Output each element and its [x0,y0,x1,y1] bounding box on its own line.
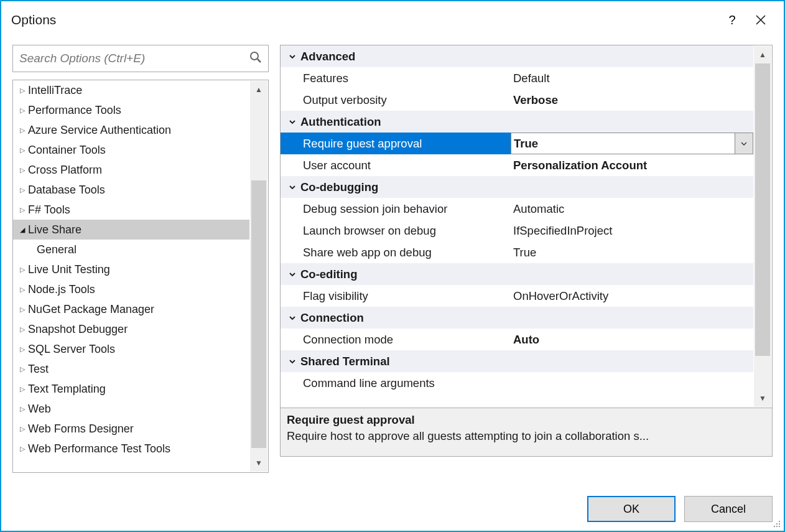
caret-right-icon: ▷ [17,86,28,95]
close-icon [756,15,766,25]
caret-right-icon: ▷ [17,266,28,274]
tree-item-label: F# Tools [28,203,70,217]
tree-item-label: Container Tools [28,144,106,157]
property-row[interactable]: User accountPersonalization Account [281,154,753,176]
tree-item[interactable]: ▷Azure Service Authentication [13,120,249,140]
tree-item[interactable]: ▷Container Tools [13,140,249,160]
dropdown-button[interactable] [735,133,753,154]
property-value[interactable]: IfSpecifiedInProject [511,220,753,241]
scroll-thumb[interactable] [251,180,266,448]
property-value[interactable]: True [511,133,735,154]
tree-item[interactable]: ▷Web Performance Test Tools [13,439,249,459]
property-row[interactable]: Output verbosityVerbose [281,89,753,111]
caret-right-icon: ▷ [17,365,28,373]
property-row[interactable]: Launch browser on debugIfSpecifiedInProj… [281,220,753,241]
property-value[interactable]: Verbose [511,89,753,111]
tree-item[interactable]: ▷SQL Server Tools [13,339,249,359]
tree-item-label: Live Unit Testing [28,263,110,276]
property-value[interactable]: Personalization Account [511,154,753,176]
chevron-down-icon [284,358,300,365]
tree-item[interactable]: ▷Text Templating [13,379,249,399]
property-value[interactable]: Default [511,67,753,89]
caret-right-icon: ▷ [17,106,28,114]
tree-item-label: Web [28,403,51,416]
tree-item-label: Azure Service Authentication [28,124,171,137]
property-category[interactable]: Connection [281,307,753,329]
tree-item[interactable]: ▷Live Unit Testing [13,259,249,279]
close-button[interactable] [746,7,775,32]
chevron-down-icon [284,271,300,278]
property-category[interactable]: Co-editing [281,263,753,285]
scroll-down-icon[interactable]: ▼ [250,454,267,472]
scroll-down-icon[interactable]: ▼ [754,390,771,407]
tree-item-label: Live Share [28,223,81,236]
tree-item-label: Database Tools [28,184,105,197]
tree-item-label: Cross Platform [28,164,102,177]
property-row[interactable]: Share web app on debugTrue [281,241,753,263]
property-value[interactable]: Auto [511,329,753,350]
property-row[interactable]: Require guest approvalTrue [281,133,753,154]
search-input[interactable] [19,52,249,65]
tree-item[interactable]: ▷Database Tools [13,180,249,200]
tree-item[interactable]: ▷Test [13,359,249,379]
ok-button[interactable]: OK [587,496,676,522]
caret-right-icon: ▷ [17,345,28,353]
scroll-up-icon[interactable]: ▲ [250,81,267,98]
property-row[interactable]: Flag visibilityOnHoverOrActivity [281,285,753,307]
tree-item[interactable]: ◢Live Share [13,220,249,240]
property-description: Require guest approval Require host to a… [280,408,773,457]
help-button[interactable]: ? [718,7,746,32]
tree-item[interactable]: ▷IntelliTrace [13,80,249,100]
property-row[interactable]: Connection modeAuto [281,329,753,350]
property-name: Share web app on debug [281,241,511,263]
caret-right-icon: ▷ [17,445,28,453]
svg-point-0 [251,52,258,60]
tree-item[interactable]: ▷Web [13,399,249,419]
chevron-down-icon [284,184,300,191]
tree-item[interactable]: ▷Node.js Tools [13,279,249,299]
property-value[interactable]: OnHoverOrActivity [511,285,753,307]
property-name: Output verbosity [281,89,511,111]
scroll-thumb[interactable] [755,63,770,356]
caret-right-icon: ▷ [17,306,28,314]
property-category[interactable]: Advanced [281,45,753,67]
tree-item[interactable]: ▷Performance Tools [13,100,249,120]
caret-right-icon: ▷ [17,425,28,433]
propgrid-scrollbar[interactable]: ▲ ▼ [754,46,771,407]
caret-right-icon: ▷ [17,186,28,194]
scroll-up-icon[interactable]: ▲ [754,46,771,63]
property-row[interactable]: Debug session join behaviorAutomatic [281,198,753,220]
caret-right-icon: ▷ [17,286,28,294]
property-row[interactable]: FeaturesDefault [281,67,753,89]
property-value[interactable]: True [511,241,753,263]
tree-item[interactable]: ▷NuGet Package Manager [13,299,249,319]
property-value[interactable] [511,372,753,394]
property-value[interactable]: Automatic [511,198,753,220]
resize-grip[interactable] [773,520,782,529]
search-input-wrap[interactable] [12,45,269,72]
property-category[interactable]: Authentication [281,111,753,133]
tree-item[interactable]: ▷F# Tools [13,200,249,220]
tree-scrollbar[interactable]: ▲ ▼ [250,81,267,472]
tree-item-label: Web Forms Designer [28,422,134,436]
property-name: Debug session join behavior [281,198,511,220]
property-grid: AdvancedFeaturesDefaultOutput verbosityV… [280,45,773,408]
property-row[interactable]: Command line arguments [281,372,753,394]
property-name: Flag visibility [281,285,511,307]
tree-item-label: Performance Tools [28,104,121,117]
caret-right-icon: ▷ [17,385,28,393]
tree-item[interactable]: ▷Web Forms Designer [13,419,249,439]
category-name: Advanced [300,50,355,63]
search-icon[interactable] [249,51,262,67]
chevron-down-icon [741,141,747,147]
chevron-down-icon [284,53,300,60]
category-tree: ▷IntelliTrace▷Performance Tools▷Azure Se… [12,80,269,473]
tree-item[interactable]: ▷Snapshot Debugger [13,319,249,339]
title-bar: Options ? [1,1,784,37]
property-category[interactable]: Co-debugging [281,176,753,198]
tree-child-item[interactable]: General [13,240,249,259]
property-category[interactable]: Shared Terminal [281,350,753,372]
tree-item[interactable]: ▷Cross Platform [13,160,249,180]
cancel-button[interactable]: Cancel [684,496,773,522]
tree-item-label: General [37,243,77,256]
